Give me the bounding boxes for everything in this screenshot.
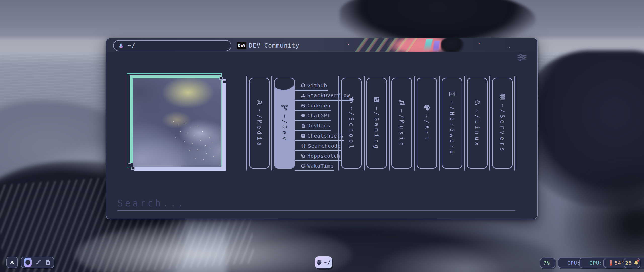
wallpaper-foam xyxy=(75,222,352,272)
frame-handle xyxy=(219,77,223,80)
link-chatgpt[interactable]: ChatGPT xyxy=(295,113,331,121)
browser-window: DEV DEV Community ~/ xyxy=(106,38,538,219)
link-label: Searchcode xyxy=(308,143,341,149)
artwork-teal-frame xyxy=(130,75,221,78)
link-label: Hoppscotch xyxy=(307,153,340,159)
active-window-label: ~/ xyxy=(324,259,331,266)
artwork-lavender-frame xyxy=(134,167,226,171)
notification-dot xyxy=(637,260,639,262)
star-dots xyxy=(173,121,174,122)
spine-label: ~/Hardware xyxy=(449,101,455,156)
link-codepen[interactable]: Codepen xyxy=(295,103,331,111)
notifications-widget[interactable]: 26 xyxy=(624,258,640,268)
banner-sparkle xyxy=(479,43,480,44)
launcher-arrow-icon xyxy=(9,260,15,265)
spine-label: ~/Gaming xyxy=(373,106,380,150)
tab-title: DEV Community xyxy=(249,42,299,49)
sliders-icon[interactable] xyxy=(517,54,527,61)
stackoverflow-icon xyxy=(301,93,305,98)
paintbrush-icon[interactable] xyxy=(35,259,41,266)
globe-icon xyxy=(316,260,322,265)
spine-school[interactable]: ~/School xyxy=(341,78,362,169)
spine-media[interactable]: ~/Media xyxy=(249,78,270,169)
url-value: ~/ xyxy=(127,42,136,49)
frame-handle xyxy=(131,167,135,170)
dev-links: Github StackOverflow Codepen xyxy=(297,76,334,171)
shelf-divider xyxy=(514,76,515,171)
cloud-artwork xyxy=(126,71,239,181)
active-window-button[interactable]: ~/ xyxy=(315,256,332,268)
wallpaper-foam xyxy=(377,242,553,272)
spine-gaming[interactable]: ~/Gaming xyxy=(366,78,387,169)
palette-icon xyxy=(424,104,430,111)
spine-dev[interactable]: ~/Dev xyxy=(274,78,295,169)
link-github[interactable]: Github xyxy=(295,82,328,91)
spine-music[interactable]: ~/Music xyxy=(391,78,412,169)
codepen-icon xyxy=(301,103,305,108)
notification-count: 26 xyxy=(625,260,632,266)
link-label: StackOverflow xyxy=(307,92,350,98)
user-icon xyxy=(256,99,263,106)
artwork-lavender-frame xyxy=(222,79,226,171)
wallpaper-rock xyxy=(226,217,553,272)
shelf-divider xyxy=(439,76,440,171)
file-icon[interactable] xyxy=(45,259,51,266)
link-label: DevDocs xyxy=(307,123,330,129)
shelf-divider xyxy=(489,76,490,171)
battery-widget[interactable]: 7% xyxy=(540,258,555,268)
shelf-divider xyxy=(246,76,247,171)
shelf-divider xyxy=(464,76,465,171)
banner-sparkle xyxy=(348,44,349,45)
clock-icon xyxy=(301,164,305,168)
bell-icon xyxy=(634,260,639,266)
shelf-divider xyxy=(414,76,415,171)
artwork-teal-frame xyxy=(130,75,133,163)
link-label: Github xyxy=(307,82,327,88)
cloud-painting-image xyxy=(133,78,221,167)
book-icon xyxy=(301,133,305,138)
link-label: WakaTime xyxy=(307,163,334,169)
spine-label: ~/Servers xyxy=(499,104,506,153)
banner-art xyxy=(353,38,418,52)
cpu-label: CPU: xyxy=(567,260,580,266)
tux-icon xyxy=(474,99,480,106)
link-stackoverflow[interactable]: StackOverflow xyxy=(295,92,351,101)
link-label: ChatGPT xyxy=(307,113,330,119)
git-branch-icon xyxy=(281,104,288,111)
spine-art[interactable]: ~/Art xyxy=(417,78,437,169)
banner-sparkle xyxy=(509,47,510,48)
github-icon xyxy=(301,83,305,88)
spine-linux[interactable]: ~/Linux xyxy=(467,78,488,169)
url-bar[interactable]: ~/ xyxy=(113,40,231,51)
document-icon xyxy=(301,123,305,128)
dock xyxy=(21,257,54,268)
shelf-divider xyxy=(389,76,390,171)
launcher-button[interactable] xyxy=(6,257,18,268)
link-label: Cheatsheets xyxy=(307,133,343,139)
shelf-divider xyxy=(364,76,365,171)
copy-boxes-icon xyxy=(301,154,305,158)
wallpaper-rock xyxy=(564,161,644,272)
music-note-icon xyxy=(398,99,405,106)
spine-label: ~/School xyxy=(348,106,355,150)
bookshelf: ~/Media ~/Dev Github xyxy=(246,76,515,171)
frame-handle xyxy=(128,163,131,166)
link-searchcode[interactable]: {} Searchcode xyxy=(295,143,341,151)
banner-art xyxy=(441,38,464,52)
spine-label: ~/Linux xyxy=(474,109,480,148)
spine-label: ~/Dev xyxy=(281,114,288,142)
search-input[interactable] xyxy=(117,196,515,211)
spine-hardware[interactable]: ~/Hardware xyxy=(442,78,462,169)
spine-label: ~/Music xyxy=(398,109,405,148)
link-cheatsheets[interactable]: Cheatsheets xyxy=(295,133,344,141)
spine-servers[interactable]: ~/Servers xyxy=(492,78,513,169)
firefox-icon[interactable] xyxy=(24,258,32,267)
gpu-label: GPU: xyxy=(589,260,602,266)
thermometer-icon xyxy=(609,260,613,266)
battery-percent: 7% xyxy=(543,260,550,266)
pc-case-icon xyxy=(449,91,455,97)
link-hoppscotch[interactable]: Hoppscotch xyxy=(295,153,341,161)
link-wakatime[interactable]: WakaTime xyxy=(295,163,334,171)
spine-liquid-top xyxy=(275,78,294,91)
link-devdocs[interactable]: DevDocs xyxy=(295,123,331,131)
